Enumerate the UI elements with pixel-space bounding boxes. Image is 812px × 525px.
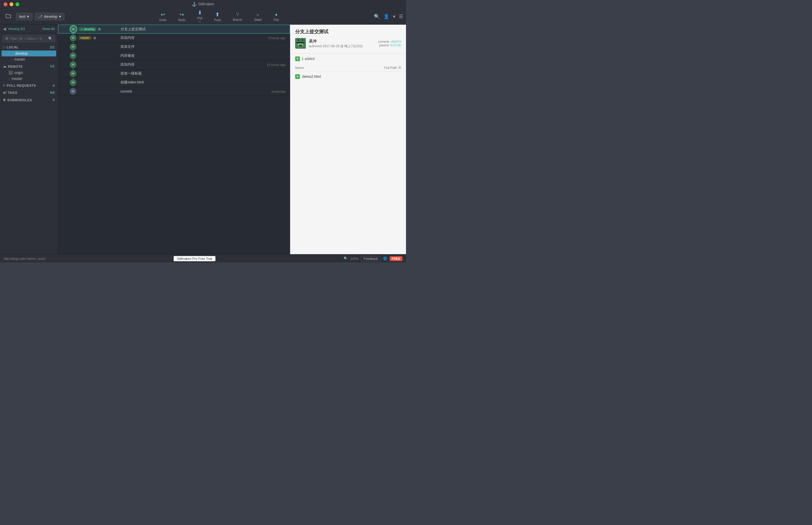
svg-rect-2 bbox=[302, 40, 303, 41]
statusbar-center: GitKraken Pro Free Trial bbox=[174, 256, 216, 261]
commit-row[interactable]: W master 🖥 添加内容 3 hours ago bbox=[58, 33, 290, 43]
push-icon: ⬆ bbox=[215, 11, 220, 18]
statusbar-right: 🔍 100% Feedback 🌐 FREE bbox=[344, 256, 403, 261]
free-badge: FREE bbox=[390, 256, 403, 261]
main-area: ◀ Viewing 3/3 Show All ⌘ 🔍 □ LOCAL 2/2 ✓… bbox=[0, 25, 406, 254]
redo-icon: ↪ bbox=[179, 11, 184, 18]
show-all-button[interactable]: Show All bbox=[42, 27, 55, 31]
check-icon: ✓ bbox=[8, 51, 10, 56]
file-item[interactable]: + demo2.html bbox=[295, 73, 401, 80]
rp-files: + 1 added Name Full Path ☰ + demo2.html bbox=[290, 54, 406, 83]
search-icon[interactable]: 🔍 bbox=[374, 14, 380, 19]
pull-requests-header[interactable]: ⑂ PULL REQUESTS 0 bbox=[0, 82, 58, 89]
commit-time: yesterday bbox=[271, 90, 287, 93]
commit-time: 12 hours ago bbox=[266, 63, 287, 66]
back-button[interactable]: ◀ bbox=[3, 27, 6, 31]
commit-row[interactable]: W commit yesterday bbox=[58, 87, 290, 96]
stash-button[interactable]: ⬦ Stash bbox=[251, 10, 265, 22]
right-panel: 分支上提交测试 吴冲 authored bbox=[290, 25, 406, 254]
local-icon: □ bbox=[3, 45, 5, 49]
trial-badge: GitKraken Pro Free Trial bbox=[174, 256, 216, 261]
folder-button[interactable] bbox=[3, 12, 14, 21]
remote-header[interactable]: ☁ REMOTE 1/1 bbox=[0, 63, 58, 70]
branch-selector[interactable]: ⎇ develop ▾ bbox=[35, 13, 64, 20]
remote-section: ☁ REMOTE 1/1 origin ⑂ master bbox=[0, 63, 58, 82]
zoom-icon: 🔍 bbox=[344, 257, 348, 260]
submodule-icon: ⊕ bbox=[3, 98, 6, 102]
graph-col: W ✓ develop 🖥 bbox=[58, 25, 118, 33]
close-button[interactable] bbox=[3, 2, 8, 6]
submodules-section: ⊕ SUBMODULES 0 bbox=[0, 96, 58, 103]
remote-icon: ☁ bbox=[3, 64, 6, 68]
remote-branch-master[interactable]: ⑂ master bbox=[0, 76, 58, 82]
app-title: ⚓ GitKraken bbox=[192, 2, 214, 6]
branch-item-develop[interactable]: ✓ ⑂ develop bbox=[1, 50, 56, 56]
repo-selector[interactable]: test ▾ bbox=[16, 13, 32, 20]
commit-message: 添加一级标题 bbox=[117, 71, 286, 76]
search-magnify-icon: 🔍 bbox=[48, 36, 53, 41]
commit-row[interactable]: W ✓ develop 🖥 分支上提交测试 bbox=[58, 25, 290, 33]
file-added-icon: + bbox=[295, 74, 300, 79]
commit-row[interactable]: W 添加内容 12 hours ago bbox=[58, 60, 290, 69]
filename: demo2.html bbox=[302, 75, 321, 79]
maximize-button[interactable] bbox=[15, 2, 19, 6]
chevron-down-icon: ▾ bbox=[27, 14, 29, 19]
user-globe-icon[interactable]: 🌐 bbox=[383, 257, 387, 260]
svg-rect-3 bbox=[296, 42, 305, 44]
commit-row[interactable]: W 创建index.html bbox=[58, 78, 290, 87]
pr-icon: ⑂ bbox=[3, 84, 5, 87]
window-controls bbox=[3, 2, 19, 6]
remote-origin[interactable]: origin bbox=[0, 70, 58, 76]
commit-row[interactable]: W 添加文件 bbox=[58, 43, 290, 51]
minimize-button[interactable] bbox=[10, 2, 13, 6]
sidebar-viewing: ◀ Viewing 3/3 Show All bbox=[0, 25, 58, 33]
author-date: authored 2017-06-18 @ 晚上7点32分 bbox=[309, 44, 375, 48]
commit-row[interactable]: W 内容修改 bbox=[58, 51, 290, 60]
toolbar-left: test ▾ ⎇ develop ▾ bbox=[3, 12, 64, 21]
feedback-button[interactable]: Feedback bbox=[361, 256, 380, 261]
added-badge: + bbox=[295, 56, 300, 61]
graph-col: W bbox=[58, 69, 117, 78]
commit-title: 分支上提交测试 bbox=[295, 29, 401, 35]
pull-button[interactable]: ⬇ Pull ▾ bbox=[194, 8, 205, 24]
viewing-text: Viewing 3/3 bbox=[8, 27, 40, 31]
branch-icon: ⑂ bbox=[8, 77, 10, 80]
svg-rect-1 bbox=[298, 40, 299, 41]
redo-button[interactable]: ↪ Redo bbox=[175, 10, 188, 23]
toolbar-right: 🔍 👤 ▾ ☰ bbox=[374, 14, 403, 19]
filter-bar: ⌘ 🔍 bbox=[2, 35, 55, 43]
menu-icon[interactable]: ☰ bbox=[399, 14, 403, 19]
push-button[interactable]: ⬆ Push bbox=[211, 10, 224, 23]
branch-item-master[interactable]: ⑂ master bbox=[0, 56, 58, 62]
graph-col: W master 🖥 bbox=[58, 33, 117, 42]
branch-icon: ⑂ bbox=[236, 11, 239, 17]
local-header[interactable]: □ LOCAL 2/2 bbox=[0, 44, 58, 50]
tags-header[interactable]: 🏷 TAGS 0/0 bbox=[0, 89, 58, 96]
commit-message: 添加内容 bbox=[117, 62, 266, 67]
undo-button[interactable]: ↩ Undo bbox=[156, 10, 170, 23]
stash-icon: ⬦ bbox=[256, 11, 260, 17]
pull-requests-section: ⑂ PULL REQUESTS 0 bbox=[0, 82, 58, 89]
graph-col: W bbox=[58, 51, 117, 60]
branch-button[interactable]: ⑂ Branch bbox=[230, 10, 245, 22]
author-avatar bbox=[295, 38, 306, 49]
author-name: 吴冲 bbox=[309, 39, 375, 44]
list-icon[interactable]: ☰ bbox=[398, 65, 401, 70]
user-icon[interactable]: 👤 bbox=[383, 14, 389, 19]
kraken-icon: ⚓ bbox=[192, 2, 197, 6]
toolbar-center: ↩ Undo ↪ Redo ⬇ Pull ▾ ⬆ Push ⑂ Branch ⬦… bbox=[64, 8, 374, 24]
branch-icon: ⑂ bbox=[12, 52, 14, 55]
commit-row[interactable]: W 添加一级标题 bbox=[58, 69, 290, 78]
graph-area: W ✓ develop 🖥 分支上提交测试 W master 🖥 bbox=[58, 25, 290, 254]
submodules-header[interactable]: ⊕ SUBMODULES 0 bbox=[0, 96, 58, 103]
filter-input[interactable] bbox=[10, 37, 47, 40]
chevron-down-icon: ▾ bbox=[59, 14, 61, 19]
graph-col: W bbox=[58, 60, 117, 69]
pop-button[interactable]: ⬧ Pop bbox=[271, 10, 282, 22]
commit-hashes: commit: c8b87d parent: b127db bbox=[378, 40, 401, 47]
commit-message: 添加内容 bbox=[117, 35, 269, 40]
sidebar: ◀ Viewing 3/3 Show All ⌘ 🔍 □ LOCAL 2/2 ✓… bbox=[0, 25, 58, 254]
graph-col: W bbox=[58, 43, 117, 51]
tag-icon: 🏷 bbox=[3, 91, 6, 94]
files-header: Name Full Path ☰ bbox=[295, 64, 401, 71]
